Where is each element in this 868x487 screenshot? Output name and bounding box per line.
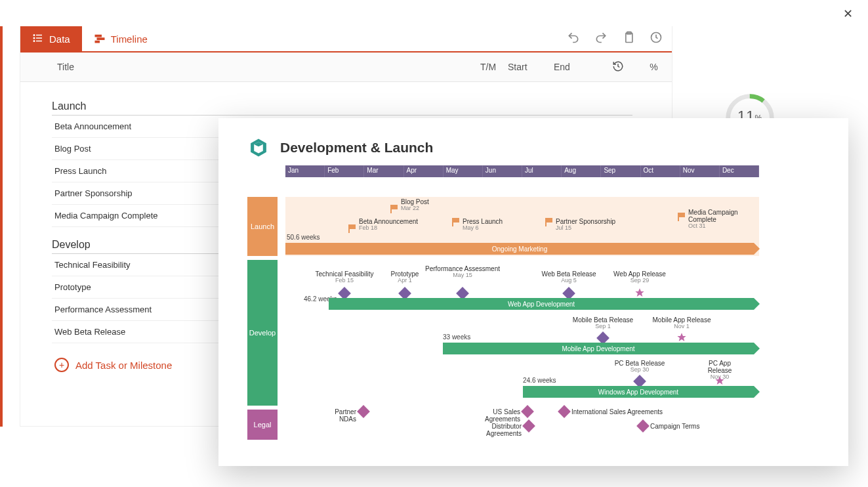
month: Mar [364,165,403,177]
group-launch-title[interactable]: Launch [52,100,632,116]
milestone-label: Distributor Agreements [456,423,522,437]
col-end: End [554,62,600,72]
logo-icon [247,137,270,159]
timeline-preview-card: Development & Launch Launch Develop Lega… [218,118,848,466]
milestone-label: Performance AssessmentMay 15 [425,265,500,279]
redo-icon[interactable] [594,31,608,47]
milestone-label: US Sales Agreements [461,408,520,423]
month: Dec [720,165,759,177]
svg-marker-18 [677,333,686,341]
close-button[interactable]: ✕ [843,7,853,21]
milestone-label: Web Beta ReleaseAug 5 [541,270,596,284]
flag-icon [348,224,356,232]
col-history-icon [600,60,636,74]
month: Jul [522,165,562,177]
diamond-icon [521,405,534,418]
month: May [444,165,483,177]
star-icon [714,375,725,386]
milestone-label: Partner SponsorshipJul 15 [556,218,615,232]
svg-point-5 [33,34,35,35]
column-header: Title T/M Start End % [20,53,672,82]
svg-point-7 [33,40,35,41]
lane-develop-label: Develop [247,260,278,406]
milestone-label: Blog PostMar 22 [401,198,429,212]
month: Feb [325,165,364,177]
add-task-label: Add Task or Milestone [75,360,172,371]
milestone-label: Mobile App ReleaseNov 1 [653,316,711,330]
undo-icon[interactable] [567,31,580,47]
star-icon [634,287,645,298]
bar-mobile-app: Mobile App Development [443,343,754,354]
bar-web-app: Web App Development [329,298,754,310]
milestone-label: Beta AnnouncementFeb 18 [359,218,418,232]
milestone-label: International Sales Agreements [571,408,663,415]
month: Oct [641,165,680,177]
diamond-icon [522,419,535,433]
milestone-label: PC Beta ReleaseSep 30 [615,360,665,373]
col-start: Start [508,62,554,72]
bar-windows-app: Windows App Development [523,386,754,398]
month: Jun [483,165,522,177]
svg-marker-17 [635,288,644,297]
add-icon: + [54,358,69,372]
flag-icon [545,218,553,226]
toolbar: Data Timeline [20,26,672,53]
diamond-icon [357,405,370,418]
milestone-label: Partner NDAs [317,408,356,423]
accent-strip [0,26,3,427]
lane-legal-label: Legal [247,410,278,440]
diamond-icon [558,405,571,418]
timeline-icon [94,32,106,46]
tab-data[interactable]: Data [20,26,82,51]
col-tm: T/M [468,62,508,72]
col-title: Title [20,62,468,72]
month: Aug [562,165,601,177]
duration-label: 33 weeks [443,333,470,341]
diamond-icon [636,419,650,433]
star-icon [676,332,687,343]
flag-icon [390,205,398,213]
month: Jan [285,165,325,177]
flag-icon [452,218,460,226]
milestone-label: Campaign Terms [650,423,699,430]
history-icon[interactable] [650,31,663,47]
svg-marker-19 [715,376,724,385]
clipboard-icon[interactable] [622,31,635,47]
milestone-label: Media Campaign CompleteOct 31 [688,209,759,230]
duration-label: 24.6 weeks [523,377,556,384]
preview-title: Development & Launch [280,140,433,156]
month: Apr [404,165,444,177]
milestone-label: Mobile Beta ReleaseSep 1 [573,316,633,330]
milestone-label: Technical FeasibilityFeb 15 [316,270,374,284]
tab-timeline-label: Timeline [111,33,148,45]
duration-label: 50.6 weeks [287,234,320,241]
bar-ongoing-marketing: Ongoing Marketing [285,243,754,255]
svg-rect-9 [97,38,104,39]
lane-launch-label: Launch [247,197,278,256]
svg-point-6 [33,37,35,39]
list-icon [32,32,44,46]
milestone-label: Web App ReleaseSep 29 [613,270,666,284]
svg-rect-8 [95,35,101,36]
month-header: Jan Feb Mar Apr May Jun Jul Aug Sep Oct … [285,165,759,177]
milestone-label: PrototypeApr 1 [391,270,419,284]
flag-icon [678,213,686,221]
tab-timeline[interactable]: Timeline [82,26,159,51]
svg-rect-10 [95,41,99,42]
month: Sep [601,165,640,177]
col-pct: % [636,62,672,72]
month: Nov [680,165,720,177]
tab-data-label: Data [49,33,70,45]
gantt-chart: Launch Develop Legal Jan Feb Mar Apr May… [247,165,759,441]
milestone-label: Press LaunchMay 6 [463,218,503,232]
